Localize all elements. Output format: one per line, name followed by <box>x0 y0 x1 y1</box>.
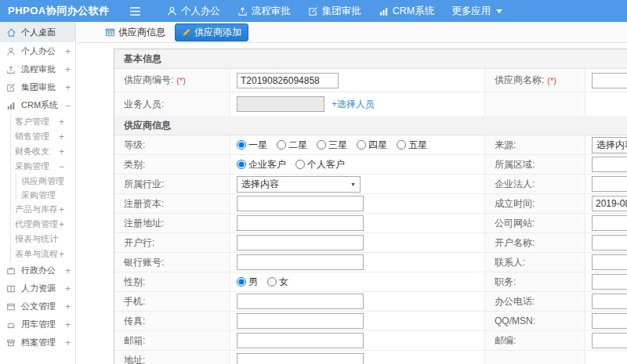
registered-capital-input[interactable] <box>237 196 364 211</box>
sidebar-item-finance[interactable]: 财务收支 + <box>11 144 75 159</box>
category-radio[interactable] <box>237 160 246 169</box>
supplier-name-input[interactable] <box>592 73 627 88</box>
expand-plus-icon[interactable]: + <box>65 82 71 93</box>
expand-plus-icon[interactable]: + <box>59 204 64 215</box>
sidebar-item-document-mgmt[interactable]: 公文管理 + <box>0 297 75 315</box>
level-radio[interactable] <box>397 140 406 150</box>
level-option[interactable]: 一星 <box>237 139 267 152</box>
tab-supplier-info[interactable]: 供应商信息 <box>102 24 169 41</box>
form-row: 传真: QQ/MSN: <box>114 312 627 331</box>
field-label: 来源: <box>495 139 516 152</box>
sidebar-item-admin-office[interactable]: 行政办公 + <box>0 261 75 279</box>
choose-person-link[interactable]: +选择人员 <box>332 98 375 111</box>
sidebar-item-crm[interactable]: CRM系统 − <box>0 96 75 114</box>
expand-plus-icon[interactable]: + <box>65 319 71 330</box>
gender-option[interactable]: 男 <box>237 276 258 289</box>
level-radio[interactable] <box>317 140 326 150</box>
form-row: 地址: <box>114 351 627 364</box>
collapse-minus-icon[interactable]: − <box>59 161 64 172</box>
bar-chart-icon <box>6 101 17 110</box>
qq-msn-input[interactable] <box>592 313 627 329</box>
sidebar-item-archive-mgmt[interactable]: 档案管理 + <box>0 333 75 351</box>
position-input[interactable] <box>592 274 627 290</box>
sidebar-item-reports[interactable]: 报表与统计 <box>11 232 75 247</box>
expand-plus-icon[interactable]: + <box>65 337 71 348</box>
sidebar-item-customer-mgmt[interactable]: 客户管理 + <box>11 114 75 129</box>
sidebar-item-purchasing[interactable]: 采购管理 <box>16 188 75 202</box>
zip-code-input[interactable] <box>592 333 627 348</box>
expand-plus-icon[interactable]: + <box>59 146 64 157</box>
expand-plus-icon[interactable]: + <box>59 249 64 260</box>
category-option[interactable]: 个人客户 <box>295 158 345 171</box>
nav-item-group-approval[interactable]: 集团审批 <box>299 0 370 22</box>
gender-radio[interactable] <box>267 277 277 287</box>
address-input[interactable] <box>237 353 364 364</box>
expand-plus-icon[interactable]: + <box>65 283 71 294</box>
mobile-input[interactable] <box>237 294 364 309</box>
region-input[interactable] <box>592 157 627 172</box>
nav-item-more-apps[interactable]: 更多应用 <box>443 0 511 22</box>
app-logo: PHPOA协同办公软件 <box>0 4 118 18</box>
office-phone-input[interactable] <box>592 294 627 309</box>
menu-toggle-button[interactable] <box>124 0 147 22</box>
field-label: 所属区域: <box>495 158 535 171</box>
bank-account-input[interactable] <box>237 254 364 270</box>
sidebar-item-vehicle-mgmt[interactable]: 用车管理 + <box>0 315 75 333</box>
field-label: 等级: <box>124 139 145 152</box>
dropdown-arrow-icon: ▼ <box>350 182 356 187</box>
founded-date-input[interactable] <box>592 196 627 211</box>
expand-plus-icon[interactable]: + <box>65 46 71 57</box>
level-radio[interactable] <box>277 140 286 150</box>
sidebar-item-form-flow-settings[interactable]: 表单与流程设置 + <box>11 247 75 261</box>
sidebar-item-group-approval[interactable]: 集团审批 + <box>0 78 75 96</box>
industry-select[interactable]: 选择内容 ▼ <box>237 176 361 193</box>
form-row: 业务人员: +选择人员 <box>114 92 627 116</box>
sidebar-item-hr[interactable]: 人力资源 + <box>0 279 75 297</box>
sales-person-input[interactable] <box>237 96 324 112</box>
level-radio[interactable] <box>237 140 246 150</box>
sidebar-item-product-inventory[interactable]: 产品与库存 + <box>11 202 75 217</box>
contact-person-input[interactable] <box>592 254 627 270</box>
email-input[interactable] <box>237 333 364 348</box>
form-row: 类别: 企业客户 个人客户 所属区域: <box>114 155 627 175</box>
sidebar-item-flow-approval[interactable]: 流程审批 + <box>0 60 75 78</box>
supplier-code-input[interactable] <box>237 73 339 88</box>
expand-plus-icon[interactable]: + <box>59 219 64 230</box>
expand-plus-icon[interactable]: + <box>59 117 64 128</box>
expand-plus-icon[interactable]: + <box>65 301 71 312</box>
field-label: 联系人: <box>495 256 525 269</box>
gender-radio[interactable] <box>237 277 246 287</box>
level-radio[interactable] <box>357 140 366 150</box>
registered-address-input[interactable] <box>237 215 364 231</box>
category-option[interactable]: 企业客户 <box>237 158 286 171</box>
sidebar-item-desktop[interactable]: 个人桌面 <box>0 22 75 42</box>
sidebar-item-personal-office[interactable]: 个人办公 + <box>0 42 75 60</box>
sidebar-item-purchase-mgmt[interactable]: 采购管理 − <box>11 159 75 174</box>
expand-plus-icon[interactable]: + <box>65 64 71 75</box>
level-option[interactable]: 五星 <box>397 139 427 152</box>
sidebar-item-supplier-mgmt[interactable]: 供应商管理 <box>16 174 75 188</box>
expand-plus-icon[interactable]: + <box>65 265 71 276</box>
nav-item-personal-office[interactable]: 个人办公 <box>158 0 229 22</box>
gender-option[interactable]: 女 <box>267 276 288 289</box>
nav-item-flow-approval[interactable]: 流程审批 <box>229 0 299 22</box>
source-select[interactable]: 选择内容 ▼ <box>592 137 627 153</box>
level-option[interactable]: 二星 <box>277 139 307 152</box>
collapse-minus-icon[interactable]: − <box>65 100 71 111</box>
sidebar-item-sales-mgmt[interactable]: 销售管理 + <box>11 129 75 144</box>
tab-supplier-add[interactable]: 供应商添加 <box>175 23 248 41</box>
company-website-input[interactable] <box>592 215 627 231</box>
account-name-input[interactable] <box>592 235 627 250</box>
sidebar-item-agent-mgmt[interactable]: 代理商管理 + <box>11 217 75 232</box>
nav-item-crm[interactable]: CRM系统 <box>370 0 443 22</box>
category-radio[interactable] <box>295 160 305 169</box>
section-basic: 供应商编号: (*) 供应商名称: (*) <box>114 69 627 116</box>
legal-person-input[interactable] <box>592 176 627 192</box>
expand-plus-icon[interactable]: + <box>59 132 64 142</box>
level-option[interactable]: 三星 <box>317 139 347 152</box>
bank-input[interactable] <box>237 235 364 250</box>
form-row: 所属行业: 选择内容 ▼ 企业法人: <box>114 175 627 194</box>
supplier-form-panel: 基本信息 供应商编号: (*) 供应商名称: (*) <box>114 49 627 364</box>
fax-input[interactable] <box>237 313 364 329</box>
level-option[interactable]: 四星 <box>357 139 387 152</box>
